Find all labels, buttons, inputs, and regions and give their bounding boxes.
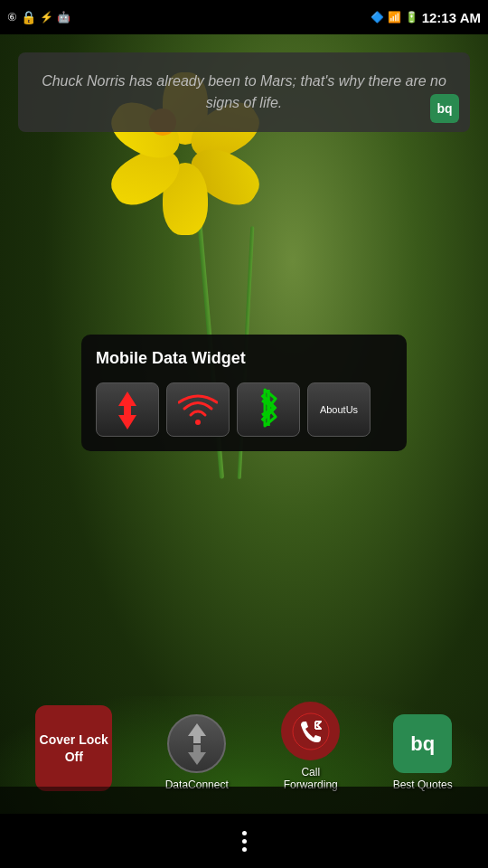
battery-icon: 🔋 [405, 11, 418, 24]
status-right-icons: 🔷 📶 🔋 12:13 AM [371, 10, 481, 25]
svg-marker-7 [188, 723, 206, 736]
bluetooth-icon [256, 388, 281, 431]
svg-rect-8 [193, 736, 201, 743]
bluetooth-icon-svg [256, 388, 281, 428]
status-left-icons: ⑥ 🔒 ⚡ 🤖 [7, 10, 70, 24]
nav-bar [0, 814, 488, 868]
mobile-data-widget: Mobile Data Widget [81, 335, 407, 451]
android-icon: 🤖 [57, 11, 70, 24]
home-icons-row: Cover LockOff DataConnect CallForwarding [0, 702, 488, 791]
best-quotes-logo-text: bq [410, 732, 435, 756]
data-connect-icon[interactable] [167, 714, 226, 773]
cover-lock-label: Cover LockOff [40, 731, 108, 764]
svg-point-11 [293, 713, 329, 750]
about-us-label: AboutUs [320, 404, 358, 415]
signal-icon: 📶 [388, 11, 401, 24]
nav-dot-1 [242, 831, 247, 835]
cover-lock-button[interactable]: Cover LockOff [35, 705, 112, 791]
bluetooth-status-icon: 🔷 [371, 11, 384, 24]
usb-icon: ⚡ [40, 11, 53, 24]
data-transfer-button[interactable] [96, 382, 159, 437]
nav-dot-2 [242, 839, 247, 844]
widget-icons-row: AboutUs [96, 382, 392, 437]
data-connect-svg [181, 722, 213, 767]
data-transfer-icon [115, 390, 140, 429]
call-forwarding-item[interactable]: CallForwarding [281, 702, 340, 791]
svg-point-5 [195, 420, 201, 425]
best-quotes-item[interactable]: bq Best Quotes [393, 714, 453, 791]
about-us-button[interactable]: AboutUs [307, 382, 371, 437]
bottom-hint-bar [0, 787, 488, 814]
wifi-icon-container [178, 393, 218, 426]
transfer-arrows-svg [115, 390, 140, 429]
cover-lock-item[interactable]: Cover LockOff [35, 705, 112, 791]
quote-text: Chuck Norris has already been to Mars; t… [33, 71, 455, 114]
sim-icon: ⑥ [7, 11, 17, 24]
call-forwarding-svg [292, 712, 330, 750]
wifi-button[interactable] [166, 382, 230, 437]
nav-menu-button[interactable] [242, 831, 247, 852]
call-forwarding-icon[interactable] [281, 702, 340, 760]
quote-widget: Chuck Norris has already been to Mars; t… [18, 52, 470, 132]
wifi-icon-svg [178, 393, 218, 426]
svg-marker-3 [118, 415, 136, 429]
svg-rect-4 [124, 406, 131, 415]
data-connect-item[interactable]: DataConnect [165, 714, 229, 791]
lock-icon: 🔒 [21, 10, 36, 24]
nav-dot-3 [242, 847, 247, 852]
status-bar: ⑥ 🔒 ⚡ 🤖 🔷 📶 🔋 12:13 AM [0, 0, 488, 34]
bluetooth-button[interactable] [237, 382, 300, 437]
best-quotes-icon[interactable]: bq [393, 714, 452, 773]
status-time: 12:13 AM [422, 10, 481, 25]
quote-logo[interactable]: bq [430, 94, 459, 123]
svg-rect-9 [193, 745, 201, 752]
svg-marker-10 [188, 752, 206, 765]
svg-marker-0 [118, 392, 136, 406]
mobile-widget-title: Mobile Data Widget [96, 349, 392, 368]
